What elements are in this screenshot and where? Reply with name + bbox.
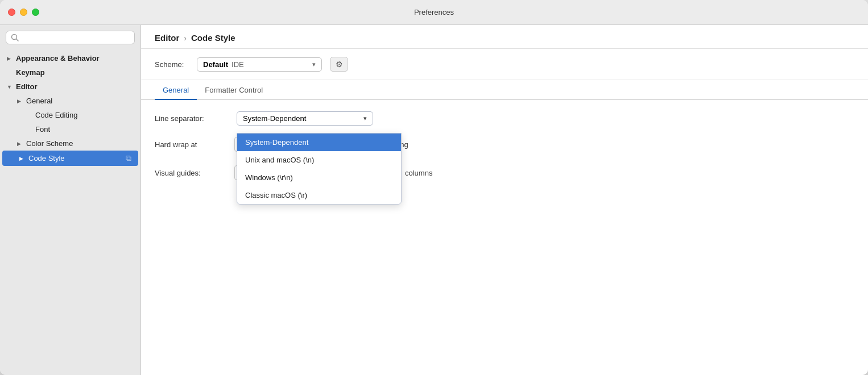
sidebar-item-appearance-behavior[interactable]: ▶ Appearance & Behavior — [0, 51, 140, 65]
search-icon — [11, 34, 19, 41]
sidebar-item-general[interactable]: ▶ General — [0, 94, 140, 108]
copy-icon[interactable]: ⧉ — [126, 153, 131, 163]
tabs-bar: General Formatter Control — [141, 80, 868, 100]
expand-arrow-icon: ▶ — [19, 156, 27, 161]
sidebar-nav: ▶ Appearance & Behavior Keymap ▼ Editor … — [0, 49, 140, 168]
tab-general[interactable]: General — [155, 80, 197, 100]
settings-area: Line separator: System-Dependent ▾ Syste… — [141, 100, 868, 375]
dropdown-option-classic-macos[interactable]: Classic macOS (\r) — [237, 186, 401, 204]
sidebar-item-label: Editor — [16, 82, 38, 91]
minimize-button[interactable] — [20, 9, 27, 16]
line-separator-label: Line separator: — [155, 114, 229, 123]
line-separator-menu: System-Dependent Unix and macOS (\n) Win… — [237, 133, 402, 205]
scheme-name: Default — [203, 60, 228, 69]
gear-icon: ⚙ — [336, 60, 343, 69]
window-controls — [8, 9, 39, 16]
breadcrumb-editor: Editor — [155, 33, 179, 43]
sidebar-item-label: Appearance & Behavior — [16, 54, 100, 63]
sidebar-item-editor[interactable]: ▼ Editor — [0, 80, 140, 94]
dropdown-option-unix-macos[interactable]: Unix and macOS (\n) — [237, 151, 401, 169]
close-button[interactable] — [8, 9, 15, 16]
sidebar-item-color-scheme[interactable]: ▶ Color Scheme — [0, 136, 140, 151]
sidebar-item-code-editing[interactable]: Code Editing — [0, 108, 140, 122]
search-input[interactable] — [21, 34, 130, 41]
breadcrumb-separator: › — [184, 34, 187, 43]
line-separator-value: System-Dependent — [243, 114, 360, 123]
sidebar-item-keymap[interactable]: Keymap — [0, 65, 140, 80]
sidebar-item-label: Keymap — [16, 68, 45, 77]
sidebar-item-code-style[interactable]: ▶ Code Style ⧉ — [2, 151, 138, 166]
dropdown-option-system-dependent[interactable]: System-Dependent — [237, 134, 401, 151]
sidebar: ▶ Appearance & Behavior Keymap ▼ Editor … — [0, 25, 141, 375]
maximize-button[interactable] — [32, 9, 39, 16]
main-panel: Editor › Code Style Scheme: Default IDE … — [141, 25, 868, 375]
search-box[interactable] — [6, 31, 135, 44]
expand-arrow-icon: ▶ — [17, 98, 25, 104]
sidebar-item-label: Code Style — [28, 154, 65, 163]
expand-arrow-icon: ▶ — [17, 141, 25, 147]
svg-line-1 — [16, 39, 19, 41]
hard-wrap-label: Hard wrap at — [155, 140, 229, 149]
dropdown-option-windows[interactable]: Windows (\r\n) — [237, 169, 401, 186]
line-separator-dropdown[interactable]: System-Dependent ▾ — [237, 111, 373, 126]
titlebar: Preferences — [0, 0, 868, 25]
line-separator-arrow-icon: ▾ — [363, 115, 367, 122]
scheme-ide-label: IDE — [232, 60, 244, 69]
sidebar-item-font[interactable]: Font — [0, 122, 140, 136]
sidebar-item-label: General — [26, 97, 52, 105]
main-content: ▶ Appearance & Behavior Keymap ▼ Editor … — [0, 25, 868, 375]
window-title: Preferences — [414, 8, 454, 16]
visual-guides-columns-label: columns — [405, 169, 432, 177]
sidebar-item-label: Code Editing — [35, 111, 77, 119]
scheme-dropdown[interactable]: Default IDE ▾ — [197, 57, 322, 72]
visual-guides-label: Visual guides: — [155, 169, 229, 177]
expand-arrow-icon: ▶ — [7, 56, 15, 61]
scheme-row: Scheme: Default IDE ▾ ⚙ — [141, 49, 868, 80]
breadcrumb: Editor › Code Style — [141, 25, 868, 49]
expand-arrow-icon: ▼ — [7, 84, 15, 90]
preferences-window: Preferences ▶ Appearance & Behavior — [0, 0, 868, 375]
breadcrumb-code-style: Code Style — [191, 33, 235, 43]
sidebar-item-label: Color Scheme — [26, 139, 73, 148]
tab-formatter-control[interactable]: Formatter Control — [197, 80, 271, 100]
line-separator-row: Line separator: System-Dependent ▾ Syste… — [155, 111, 854, 126]
sidebar-item-label: Font — [35, 125, 50, 134]
scheme-label: Scheme: — [155, 60, 189, 69]
dropdown-arrow-icon: ▾ — [312, 61, 316, 68]
gear-button[interactable]: ⚙ — [330, 57, 348, 72]
